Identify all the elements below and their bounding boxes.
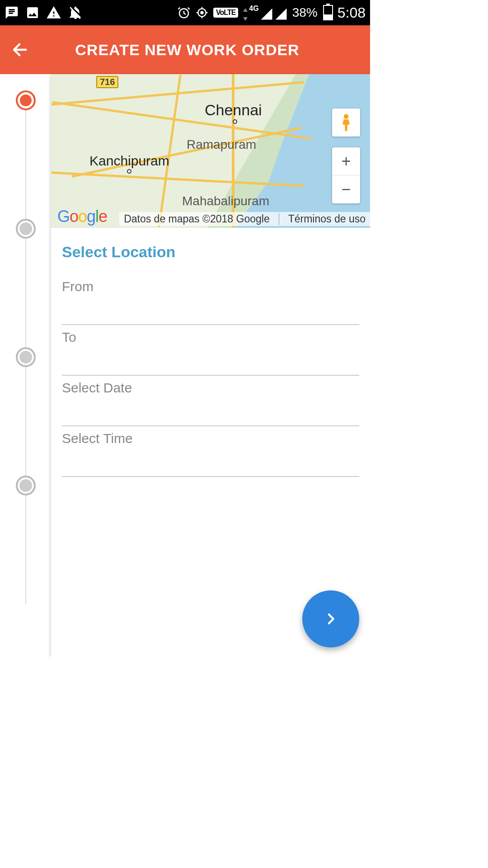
alarm-icon [177, 6, 191, 19]
map-controls: + − [332, 108, 360, 203]
time-label: Select Time [62, 431, 359, 446]
app-header: CREATE NEW WORK ORDER [0, 25, 370, 74]
step-connector [25, 367, 26, 476]
step-dot-4[interactable] [16, 476, 36, 495]
step-connector [25, 495, 26, 604]
chat-icon [5, 5, 19, 20]
map-terms-link[interactable]: Términos de uso [279, 213, 366, 225]
pegman-button[interactable] [332, 108, 360, 137]
from-label: From [62, 279, 359, 294]
logo-letter: e [99, 207, 107, 226]
map-marker [233, 119, 237, 124]
map-footer: Google Datos de mapas ©2018 Google Térmi… [51, 207, 370, 226]
stepper [0, 74, 51, 658]
data-arrows-icon [243, 8, 248, 21]
signal-cluster: 4G [243, 5, 287, 21]
svg-point-2 [201, 12, 203, 14]
map-label-ramapuram: Ramapuram [187, 137, 256, 152]
to-field: To [62, 330, 359, 376]
to-label: To [62, 330, 359, 345]
warning-icon [46, 5, 61, 20]
battery-icon [323, 5, 333, 20]
map-label-kanchipuram: Kanchipuram [89, 153, 169, 169]
time-field: Select Time [62, 431, 359, 477]
zoom-out-button[interactable]: − [332, 175, 360, 203]
route-shield: 716 [96, 76, 118, 88]
logo-letter: g [87, 207, 95, 226]
signal-icon [260, 7, 273, 21]
status-right-icons: VoLTE 4G 38% 5:08 [177, 5, 366, 21]
step-dot-2[interactable] [16, 219, 36, 239]
clock: 5:08 [338, 5, 366, 21]
arrow-left-icon [11, 40, 30, 59]
date-label: Select Date [62, 380, 359, 396]
back-button[interactable] [9, 38, 32, 61]
next-fab[interactable] [302, 590, 359, 647]
step-dot-1[interactable] [16, 90, 36, 110]
section-title: Select Location [62, 243, 359, 261]
status-left-icons [5, 5, 83, 20]
google-logo: Google [57, 207, 107, 226]
time-input[interactable] [62, 448, 359, 477]
from-input[interactable] [62, 296, 359, 325]
logo-letter: G [57, 207, 70, 226]
page-title: CREATE NEW WORK ORDER [32, 41, 361, 59]
battery-percent: 38% [292, 5, 318, 20]
map-attribution: Datos de mapas ©2018 Google Términos de … [119, 212, 370, 226]
step-connector [25, 239, 26, 347]
svg-point-3 [344, 114, 349, 119]
status-bar: VoLTE 4G 38% 5:08 [0, 0, 370, 25]
location-form: Select Location From To Select Date Sele… [51, 228, 370, 477]
from-field: From [62, 279, 359, 325]
map-label-mahabalipuram: Mahabalipuram [182, 194, 269, 208]
step-dot-3[interactable] [16, 347, 36, 367]
notifications-off-icon [68, 5, 83, 20]
signal-icon-2 [274, 7, 288, 21]
map[interactable]: 716 Chennai Ramapuram Kanchipuram Mahaba… [51, 74, 370, 228]
logo-letter: o [70, 207, 78, 226]
step-connector [25, 110, 26, 219]
chevron-right-icon [323, 611, 338, 627]
main-content: 716 Chennai Ramapuram Kanchipuram Mahaba… [51, 74, 370, 658]
date-field: Select Date [62, 380, 359, 426]
pegman-icon [340, 113, 352, 132]
zoom-control: + − [332, 147, 360, 203]
network-type-label: 4G [249, 5, 258, 13]
map-label-chennai: Chennai [205, 101, 262, 119]
volte-badge: VoLTE [213, 8, 238, 18]
image-icon [25, 5, 40, 20]
location-target-icon [195, 6, 209, 19]
map-marker [127, 169, 131, 174]
zoom-in-button[interactable]: + [332, 147, 360, 175]
date-input[interactable] [62, 397, 359, 426]
to-input[interactable] [62, 347, 359, 376]
map-data-attribution: Datos de mapas ©2018 Google [124, 213, 270, 225]
logo-letter: o [78, 207, 87, 226]
